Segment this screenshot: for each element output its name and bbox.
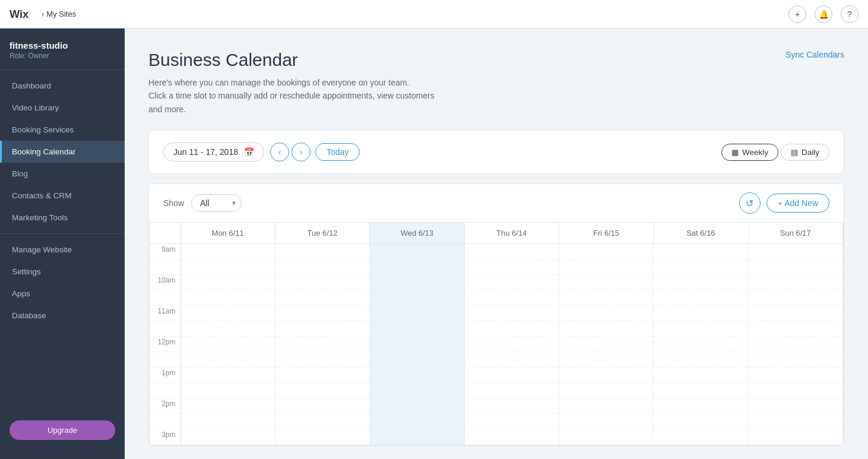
calendar-cell[interactable] xyxy=(180,383,275,398)
notifications-button[interactable]: 🔔 xyxy=(815,5,832,23)
show-filter-select[interactable]: All Staff 1 Staff 2 xyxy=(191,194,242,212)
calendar-cell[interactable] xyxy=(370,414,464,429)
calendar-cell[interactable] xyxy=(464,414,559,429)
sidebar-item-settings[interactable]: Settings xyxy=(0,261,125,283)
calendar-cell[interactable] xyxy=(370,244,464,259)
sidebar-item-blog[interactable]: Blog xyxy=(0,163,125,185)
daily-view-button[interactable]: ▤ Daily xyxy=(781,144,829,161)
calendar-cell[interactable] xyxy=(464,398,559,414)
calendar-cell[interactable] xyxy=(559,321,653,337)
today-button[interactable]: Today xyxy=(315,143,360,161)
calendar-cell[interactable] xyxy=(275,352,369,368)
calendar-cell[interactable] xyxy=(180,414,275,429)
calendar-cell[interactable] xyxy=(370,337,464,352)
date-range-button[interactable]: Jun 11 - 17, 2018 📅 xyxy=(163,143,264,162)
sidebar-item-dashboard[interactable]: Dashboard xyxy=(0,75,125,97)
calendar-cell[interactable] xyxy=(464,337,559,352)
calendar-cell[interactable] xyxy=(370,429,464,445)
calendar-cell[interactable] xyxy=(654,259,748,275)
calendar-cell[interactable] xyxy=(275,368,369,383)
calendar-cell[interactable] xyxy=(654,352,748,368)
calendar-cell[interactable] xyxy=(654,321,748,337)
sidebar-item-apps[interactable]: Apps xyxy=(0,283,125,305)
calendar-cell[interactable] xyxy=(275,321,369,337)
sidebar-item-booking-calendar[interactable]: Booking Calendar xyxy=(0,141,125,163)
calendar-cell[interactable] xyxy=(559,352,653,368)
calendar-cell[interactable] xyxy=(464,429,559,445)
sidebar-item-booking-services[interactable]: Booking Services xyxy=(0,119,125,141)
calendar-cell[interactable] xyxy=(559,368,653,383)
add-button[interactable]: + xyxy=(788,5,806,23)
calendar-cell[interactable] xyxy=(464,352,559,368)
add-new-button[interactable]: + Add New xyxy=(766,194,829,213)
calendar-cell[interactable] xyxy=(275,244,369,259)
calendar-cell[interactable] xyxy=(370,275,464,290)
calendar-cell[interactable] xyxy=(180,244,275,259)
calendar-cell[interactable] xyxy=(559,290,653,306)
calendar-cell[interactable] xyxy=(559,244,653,259)
sidebar-item-database[interactable]: Database xyxy=(0,305,125,327)
calendar-cell[interactable] xyxy=(748,383,842,398)
calendar-cell[interactable] xyxy=(275,429,369,445)
calendar-cell[interactable] xyxy=(275,337,369,352)
calendar-cell[interactable] xyxy=(370,368,464,383)
calendar-cell[interactable] xyxy=(370,259,464,275)
calendar-cell[interactable] xyxy=(748,429,842,445)
calendar-cell[interactable] xyxy=(180,306,275,321)
calendar-cell[interactable] xyxy=(748,275,842,290)
calendar-cell[interactable] xyxy=(275,290,369,306)
calendar-cell[interactable] xyxy=(559,337,653,352)
weekly-view-button[interactable]: ▦ Weekly xyxy=(721,144,778,161)
calendar-cell[interactable] xyxy=(370,383,464,398)
next-week-button[interactable]: › xyxy=(292,143,311,162)
calendar-cell[interactable] xyxy=(748,398,842,414)
calendar-cell[interactable] xyxy=(180,429,275,445)
calendar-cell[interactable] xyxy=(180,337,275,352)
calendar-cell[interactable] xyxy=(654,414,748,429)
upgrade-button[interactable]: Upgrade xyxy=(9,420,115,440)
calendar-cell[interactable] xyxy=(654,429,748,445)
calendar-cell[interactable] xyxy=(464,321,559,337)
calendar-cell[interactable] xyxy=(464,275,559,290)
calendar-cell[interactable] xyxy=(464,259,559,275)
calendar-cell[interactable] xyxy=(180,290,275,306)
calendar-cell[interactable] xyxy=(654,398,748,414)
help-button[interactable]: ? xyxy=(841,5,859,23)
calendar-cell[interactable] xyxy=(275,275,369,290)
calendar-cell[interactable] xyxy=(654,275,748,290)
calendar-cell[interactable] xyxy=(180,398,275,414)
sidebar-item-video-library[interactable]: Video Library xyxy=(0,97,125,119)
calendar-cell[interactable] xyxy=(654,290,748,306)
sync-calendars-link[interactable]: Sync Calendars xyxy=(785,50,844,59)
calendar-cell[interactable] xyxy=(559,306,653,321)
calendar-cell[interactable] xyxy=(180,259,275,275)
calendar-cell[interactable] xyxy=(748,368,842,383)
calendar-cell[interactable] xyxy=(275,398,369,414)
calendar-cell[interactable] xyxy=(180,321,275,337)
my-sites-link[interactable]: ‹ My Sites xyxy=(42,10,76,18)
calendar-cell[interactable] xyxy=(370,398,464,414)
calendar-cell[interactable] xyxy=(748,306,842,321)
calendar-cell[interactable] xyxy=(275,383,369,398)
calendar-cell[interactable] xyxy=(559,259,653,275)
calendar-cell[interactable] xyxy=(748,290,842,306)
calendar-cell[interactable] xyxy=(464,244,559,259)
calendar-cell[interactable] xyxy=(559,383,653,398)
sidebar-item-contacts-crm[interactable]: Contacts & CRM xyxy=(0,185,125,207)
calendar-cell[interactable] xyxy=(748,244,842,259)
calendar-cell[interactable] xyxy=(559,429,653,445)
calendar-cell[interactable] xyxy=(275,259,369,275)
calendar-cell[interactable] xyxy=(464,290,559,306)
calendar-cell[interactable] xyxy=(654,368,748,383)
calendar-cell[interactable] xyxy=(370,321,464,337)
calendar-cell[interactable] xyxy=(370,290,464,306)
calendar-cell[interactable] xyxy=(654,337,748,352)
calendar-cell[interactable] xyxy=(180,368,275,383)
refresh-button[interactable]: ↺ xyxy=(739,192,761,214)
calendar-cell[interactable] xyxy=(180,275,275,290)
calendar-cell[interactable] xyxy=(464,306,559,321)
calendar-cell[interactable] xyxy=(559,398,653,414)
calendar-cell[interactable] xyxy=(654,306,748,321)
calendar-cell[interactable] xyxy=(559,275,653,290)
calendar-cell[interactable] xyxy=(654,383,748,398)
